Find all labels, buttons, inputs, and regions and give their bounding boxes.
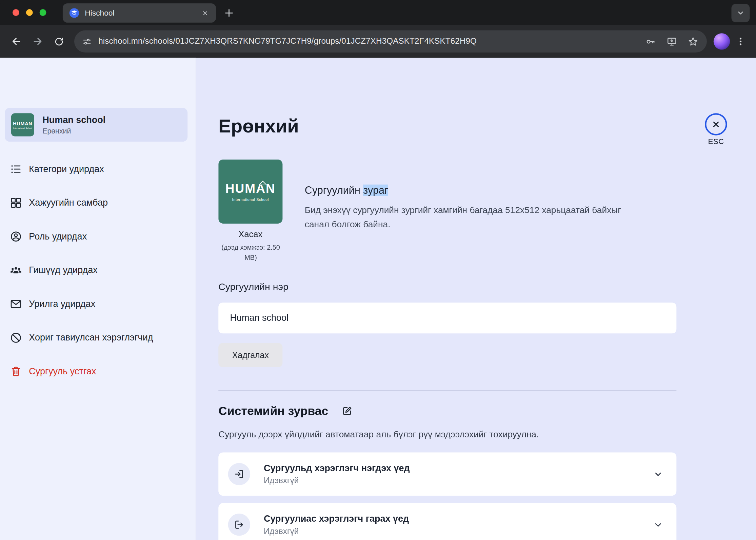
image-section-description: Бид энэхүү сургуулийн зургийг хамгийн ба…: [305, 203, 637, 232]
sidebar-item-label: Роль удирдах: [29, 231, 87, 242]
login-icon: [228, 463, 250, 485]
sidebar-item-delete-school[interactable]: Сургууль устгах: [0, 360, 196, 383]
image-section-heading: Сургуулийн зураг: [305, 185, 637, 197]
minimize-window-button[interactable]: [26, 9, 33, 16]
sidebar-school-card[interactable]: HUMAN International School Human school …: [5, 108, 187, 142]
sidebar-item-label: Урилга удирдах: [29, 299, 95, 309]
system-messages-title: Системийн зурвас: [218, 404, 328, 418]
sidebar-item-banned-users[interactable]: Хориг тавиулсан хэрэглэгчид: [0, 326, 196, 349]
school-image-section: HUMAN International School Хасах (дээд х…: [218, 160, 756, 263]
hischool-favicon-icon: [69, 8, 79, 18]
sidebar: HUMAN International School Human school …: [0, 58, 196, 540]
person-circle-icon: [9, 230, 22, 243]
browser-tab[interactable]: Hischool: [63, 3, 216, 23]
school-logo-subtext: International School: [13, 126, 32, 129]
url-text[interactable]: hischool.mn/schools/01JCZ7XH3QRS7KNG79TG…: [98, 37, 637, 46]
main-content: Ерөнхий ESC HUMAN International School: [196, 58, 756, 540]
sidebar-item-label: Хажуугийн самбар: [29, 198, 108, 208]
sidebar-item-members[interactable]: Гишүүд удирдах: [0, 259, 196, 282]
school-logo-icon: HUMAN International School: [11, 113, 34, 136]
page-body: HUMAN International School Human school …: [0, 58, 756, 540]
install-app-icon[interactable]: [665, 35, 678, 48]
reload-icon[interactable]: [49, 32, 68, 51]
forward-icon[interactable]: [28, 32, 47, 51]
close-panel-control: ESC: [703, 113, 729, 146]
card-status: Идэвхгүй: [264, 476, 410, 485]
grid-icon: [9, 196, 22, 209]
browser-window: Hischool: [0, 0, 756, 540]
close-panel-icon[interactable]: [705, 113, 727, 135]
tab-strip: Hischool: [0, 0, 756, 25]
logout-icon: [228, 514, 250, 536]
image-size-hint: (дээд хэмжээ: 2.50 MB): [215, 242, 287, 263]
heading-selected-text: зураг: [363, 185, 388, 196]
new-tab-icon[interactable]: [223, 7, 235, 19]
card-user-leave[interactable]: Сургуулиас хэрэглэгч гарах үед Идэвхгүй: [218, 503, 676, 540]
system-messages-description: Сургууль дээрх үйлдлийг автоматаар аль б…: [218, 429, 756, 440]
sidebar-item-label: Гишүүд удирдах: [29, 265, 97, 275]
school-name: Human school: [42, 115, 105, 125]
mail-icon: [9, 298, 22, 310]
window-controls: [13, 9, 46, 16]
school-logo-text: HUMAN: [225, 181, 276, 196]
site-settings-icon[interactable]: [82, 36, 92, 46]
card-status: Идэвхгүй: [264, 526, 409, 536]
close-tab-icon[interactable]: [200, 8, 210, 18]
sidebar-item-side-dashboard[interactable]: Хажуугийн самбар: [0, 191, 196, 214]
bookmark-star-icon[interactable]: [687, 35, 699, 48]
card-title: Сургуульд хэрэглэгч нэгдэх үед: [264, 463, 410, 473]
url-bar[interactable]: hischool.mn/schools/01JCZ7XH3QRS7KNG79TG…: [74, 30, 707, 53]
close-window-button[interactable]: [13, 9, 19, 16]
sidebar-item-roles[interactable]: Роль удирдах: [0, 225, 196, 248]
zoom-window-button[interactable]: [40, 9, 46, 16]
system-message-cards: Сургуульд хэрэглэгч нэгдэх үед Идэвхгүй: [218, 452, 676, 540]
passwords-key-icon[interactable]: [644, 35, 657, 48]
section-divider: [218, 390, 676, 391]
school-image-preview: HUMAN International School: [218, 160, 282, 224]
school-current-section: Ерөнхий: [42, 127, 105, 135]
school-name-input[interactable]: [218, 303, 676, 333]
browser-menu-icon[interactable]: [732, 33, 749, 50]
sidebar-item-label: Сургууль устгах: [29, 366, 96, 377]
sidebar-item-label: Хориг тавиулсан хэрэглэгчид: [29, 332, 153, 343]
browser-toolbar: hischool.mn/schools/01JCZ7XH3QRS7KNG79TG…: [0, 25, 756, 58]
sidebar-item-categories[interactable]: Категори удирдах: [0, 158, 196, 181]
sidebar-item-invitations[interactable]: Урилга удирдах: [0, 292, 196, 315]
school-name-label: Сургуулийн нэр: [218, 282, 756, 293]
tab-search-chevron-icon[interactable]: [731, 4, 750, 22]
remove-image-button[interactable]: Хасах: [218, 229, 282, 240]
page-title: Ерөнхий: [218, 58, 756, 138]
trash-icon: [9, 365, 22, 378]
chevron-down-icon[interactable]: [651, 468, 665, 481]
people-icon: [9, 264, 22, 276]
esc-label: ESC: [703, 137, 729, 146]
logo-caret-decoration: [260, 182, 266, 185]
card-user-join[interactable]: Сургуульд хэрэглэгч нэгдэх үед Идэвхгүй: [218, 452, 676, 496]
save-button[interactable]: Хадгалах: [218, 343, 282, 367]
chevron-down-icon[interactable]: [651, 518, 665, 532]
edit-icon[interactable]: [341, 404, 353, 417]
school-logo-text: HUMAN: [13, 121, 32, 126]
back-icon[interactable]: [7, 32, 26, 51]
profile-avatar[interactable]: [714, 33, 730, 49]
block-icon: [9, 331, 22, 344]
sidebar-menu: Категори удирдах Хажуугийн самбар: [0, 158, 196, 383]
heading-prefix: Сургуулийн: [305, 185, 363, 196]
tab-title: Hischool: [85, 9, 199, 18]
sidebar-item-label: Категори удирдах: [29, 164, 104, 174]
school-logo-subtext: International School: [232, 198, 269, 202]
card-title: Сургуулиас хэрэглэгч гарах үед: [264, 513, 409, 524]
list-icon: [9, 163, 22, 175]
